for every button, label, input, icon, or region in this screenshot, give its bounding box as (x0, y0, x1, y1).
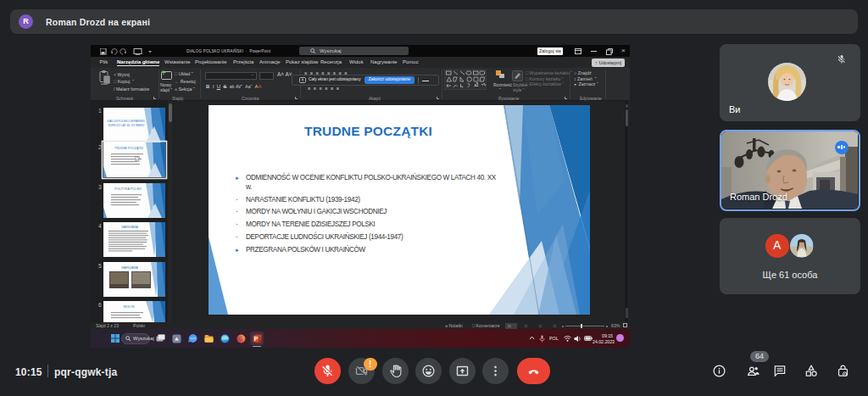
svg-text:P: P (253, 336, 258, 342)
svg-text:6: 6 (98, 302, 102, 308)
svg-text:1: 1 (98, 108, 102, 114)
svg-text:5: 5 (98, 263, 102, 269)
svg-text:TRUDNE POCZĄTKI: TRUDNE POCZĄTKI (114, 147, 143, 150)
svg-text:3: 3 (98, 184, 102, 190)
svg-text:WARSZAWA: WARSZAWA (121, 226, 138, 229)
svg-text:POLITYKA POLSKI: POLITYKA POLSKI (114, 187, 141, 191)
svg-text:WARSZAWA: WARSZAWA (121, 266, 138, 270)
svg-text:DIALOG POLSKO-UKRAIŃSKI.: DIALOG POLSKO-UKRAIŃSKI. (107, 120, 145, 123)
svg-text:4: 4 (98, 223, 102, 229)
svg-text:WOŁYŃ: WOŁYŃ (123, 305, 135, 309)
svg-text:KURS DO LAT 40. XX WIEKU: KURS DO LAT 40. XX WIEKU (108, 124, 145, 127)
svg-text:2: 2 (98, 144, 102, 150)
